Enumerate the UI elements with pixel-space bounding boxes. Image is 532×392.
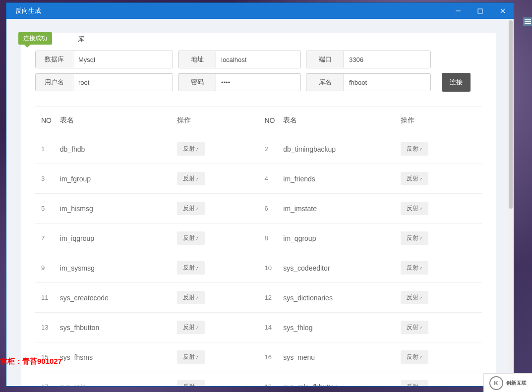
row-no: 16 xyxy=(259,353,284,361)
row-tablename: sys_role xyxy=(60,383,177,387)
scrollbar[interactable] xyxy=(508,20,513,371)
connection-form: 数据库 地址 端口 用户名 xyxy=(35,51,482,92)
password-input[interactable] xyxy=(216,74,301,91)
row-no: 5 xyxy=(35,205,60,212)
reflect-button[interactable]: 反射 xyxy=(177,261,205,275)
cx-badge: K 创新互联 xyxy=(483,373,532,392)
window-controls xyxy=(447,3,514,19)
address-input[interactable] xyxy=(216,51,301,68)
row-no: 6 xyxy=(259,205,284,212)
database-field-group: 数据库 xyxy=(35,51,173,68)
row-no: 9 xyxy=(35,264,60,272)
row-tablename: sys_fhbutton xyxy=(60,324,177,332)
row-tablename: sys_codeeditor xyxy=(283,264,401,272)
username-input[interactable] xyxy=(73,74,173,91)
reflect-button[interactable]: 反射 xyxy=(177,380,205,386)
header-no: NO xyxy=(259,116,284,124)
minimize-icon xyxy=(455,8,461,14)
row-tablename: im_imstate xyxy=(283,205,401,213)
scrollbar-thumb[interactable] xyxy=(509,20,513,209)
reflect-button[interactable]: 反射 xyxy=(177,231,205,245)
table-row: 15sys_fhsms反射16sys_menu反射 xyxy=(35,342,482,372)
tables-list: NO 表名 操作 NO 表名 操作 1db_fhdb反射2db_timingba… xyxy=(35,107,482,386)
row-tablename: im_sysmsg xyxy=(60,264,177,272)
dbname-field-group: 库名 xyxy=(306,73,431,91)
row-tablename: im_hismsg xyxy=(60,205,177,213)
row-no: 2 xyxy=(259,145,284,153)
row-no: 14 xyxy=(259,324,284,331)
reflect-button[interactable]: 反射 xyxy=(177,172,205,185)
watermark-text: 掌柜：青苔901027 xyxy=(0,357,62,366)
close-button[interactable] xyxy=(491,3,514,19)
row-tablename: sys_fhsms xyxy=(60,353,177,361)
minimize-button[interactable] xyxy=(447,3,469,19)
main-dialog: 反向生成 连接成功 库 数据库 xyxy=(6,2,514,387)
reflect-button[interactable]: 反射 xyxy=(401,231,428,245)
table-header: NO 表名 操作 NO 表名 操作 xyxy=(35,107,482,134)
row-tablename: im_qgroup xyxy=(283,234,401,242)
connect-button[interactable]: 连接 xyxy=(442,73,471,92)
row-tablename: im_iqgroup xyxy=(60,234,177,242)
database-input[interactable] xyxy=(73,51,173,68)
password-label: 密码 xyxy=(178,74,216,91)
right-sidebar-toggle[interactable] xyxy=(523,17,532,26)
row-no: 4 xyxy=(259,175,284,182)
reflect-button[interactable]: 反射 xyxy=(401,142,428,156)
table-row: 3im_fgroup反射4im_friends反射 xyxy=(35,164,482,194)
header-name: 表名 xyxy=(283,116,401,125)
username-field-group: 用户名 xyxy=(35,73,173,91)
row-no: 12 xyxy=(259,294,284,301)
row-tablename: sys_menu xyxy=(283,353,401,361)
row-tablename: sys_role_fhbutton xyxy=(283,383,401,387)
row-tablename: sys_createcode xyxy=(60,294,177,302)
reflect-button[interactable]: 反射 xyxy=(401,202,428,215)
reflect-button[interactable]: 反射 xyxy=(401,350,428,364)
titlebar[interactable]: 反向生成 xyxy=(6,3,514,19)
port-field-group: 端口 xyxy=(306,51,431,68)
header-op: 操作 xyxy=(177,116,258,125)
row-tablename: db_fhdb xyxy=(60,145,177,153)
table-row: 11sys_createcode反射12sys_dictionaries反射 xyxy=(35,283,482,313)
maximize-button[interactable] xyxy=(469,3,491,19)
table-row: 17sys_role反射18sys_role_fhbutton反射 xyxy=(35,372,482,386)
reflect-button[interactable]: 反射 xyxy=(401,291,428,304)
row-tablename: sys_fhlog xyxy=(283,324,401,332)
database-label: 数据库 xyxy=(36,51,73,68)
row-no: 18 xyxy=(259,383,284,386)
reflect-button[interactable]: 反射 xyxy=(177,202,205,215)
row-tablename: im_fgroup xyxy=(60,175,177,183)
reflect-button[interactable]: 反射 xyxy=(177,321,205,334)
row-no: 17 xyxy=(35,383,60,386)
table-row: 1db_fhdb反射2db_timingbackup反射 xyxy=(35,134,482,164)
close-icon xyxy=(500,8,506,14)
reflect-button[interactable]: 反射 xyxy=(401,380,428,386)
dbname-label: 库名 xyxy=(306,74,344,91)
row-no: 11 xyxy=(35,294,60,301)
header-op: 操作 xyxy=(401,116,482,125)
reflect-button[interactable]: 反射 xyxy=(401,321,428,334)
reflect-button[interactable]: 反射 xyxy=(401,261,428,275)
table-row: 7im_iqgroup反射8im_qgroup反射 xyxy=(35,224,482,253)
reflect-button[interactable]: 反射 xyxy=(177,142,205,156)
port-input[interactable] xyxy=(344,51,431,68)
main-panel: 连接成功 库 数据库 地址 端口 xyxy=(21,33,496,386)
reflect-button[interactable]: 反射 xyxy=(177,291,205,304)
content-area: 连接成功 库 数据库 地址 端口 xyxy=(6,19,514,386)
window-title: 反向生成 xyxy=(15,6,41,15)
row-no: 3 xyxy=(35,175,60,182)
password-field-group: 密码 xyxy=(178,73,301,91)
row-no: 1 xyxy=(35,145,60,153)
maximize-icon xyxy=(477,8,483,14)
reflect-button[interactable]: 反射 xyxy=(177,350,205,364)
row-no: 13 xyxy=(35,324,60,331)
dbname-input[interactable] xyxy=(344,74,431,91)
row-no: 10 xyxy=(259,264,284,272)
row-tablename: sys_dictionaries xyxy=(283,294,401,302)
port-label: 端口 xyxy=(306,51,344,68)
username-label: 用户名 xyxy=(36,74,73,91)
reflect-button[interactable]: 反射 xyxy=(401,172,428,185)
row-no: 7 xyxy=(35,234,60,242)
row-tablename: db_timingbackup xyxy=(283,145,401,153)
table-row: 13sys_fhbutton反射14sys_fhlog反射 xyxy=(35,313,482,342)
hidden-label: 库 xyxy=(78,35,84,44)
